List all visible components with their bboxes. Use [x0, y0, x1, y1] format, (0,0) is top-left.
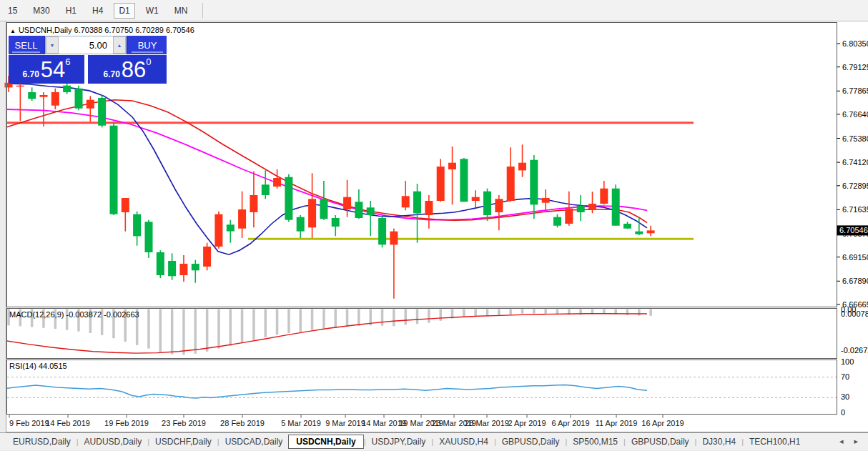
timeframe-button-D1[interactable]: D1	[114, 3, 134, 19]
macd-bar	[533, 309, 536, 314]
candle-body	[157, 252, 164, 275]
candle-body	[355, 202, 363, 218]
macd-bar	[241, 309, 244, 343]
sell-button[interactable]: SELL	[9, 36, 44, 54]
macd-bar	[474, 309, 477, 317]
macd-bar	[206, 309, 209, 352]
timeframe-button-MN[interactable]: MN	[169, 3, 193, 19]
macd-bar	[182, 309, 185, 355]
candle-body	[133, 214, 141, 237]
candle-body	[565, 209, 573, 224]
candle-body	[448, 163, 456, 169]
collapse-triangle-icon[interactable]: ▲	[10, 28, 16, 34]
timeframe-button-H4[interactable]: H4	[87, 3, 108, 19]
buy-price-prefix: 6.70	[103, 69, 119, 79]
candle-body	[227, 224, 235, 231]
candle-body	[87, 100, 94, 109]
sell-price-pip: 6	[65, 56, 70, 67]
timeframe-button-W1[interactable]: W1	[141, 3, 164, 19]
candle-body	[75, 89, 83, 109]
price-tick-label: 6.77865	[842, 86, 868, 95]
chart-tab-tech100-h1[interactable]: TECH100,H1	[744, 435, 806, 449]
candle-body	[495, 199, 503, 212]
chart-tab-eurusd-daily[interactable]: EURUSD,Daily	[7, 435, 77, 449]
candle-body	[343, 197, 351, 209]
macd-bar	[194, 309, 197, 354]
sell-underline	[12, 51, 40, 53]
chart-tab-usdjpy-daily[interactable]: USDJPY,Daily	[366, 435, 432, 449]
candle-body	[262, 184, 270, 195]
indicator-axis-label: 100	[841, 357, 854, 366]
macd-bar	[147, 309, 150, 349]
chart-tab-usdcnh-daily[interactable]: USDCNH,Daily	[288, 435, 363, 449]
price-tick-label: 6.76640	[842, 110, 868, 119]
macd-bar	[638, 309, 641, 316]
date-tick-label: 11 Apr 2019	[596, 419, 638, 427]
date-tick-label: 6 Apr 2019	[551, 419, 589, 427]
chart-tab-xauusd-h4[interactable]: XAUUSD,H4	[433, 435, 494, 449]
candle-body	[214, 214, 222, 247]
buy-underline	[132, 51, 163, 53]
chart-tab-gbpusd-daily[interactable]: GBPUSD,Daily	[496, 435, 566, 449]
indicator-axis-label: 0	[841, 408, 845, 417]
price-tick-label: 6.79125	[842, 63, 868, 71]
date-tick-label: 19 Feb 2019	[104, 419, 149, 427]
chart-tab-usdcad-daily[interactable]: USDCAD,Daily	[220, 435, 289, 449]
candle-body	[179, 264, 187, 275]
price-tick-label: 6.75380	[842, 134, 868, 143]
candle-body	[425, 201, 433, 215]
macd-bar	[498, 309, 500, 317]
buy-price-box[interactable]: 6.70 86 0	[88, 55, 167, 84]
macd-bar	[357, 309, 360, 327]
candle-body	[203, 247, 211, 267]
chart-tab-dj30-h4[interactable]: DJ30,H4	[696, 435, 741, 449]
buy-button[interactable]: BUY	[128, 36, 167, 54]
chart-tab-audusd-daily[interactable]: AUDUSD,Daily	[79, 435, 148, 449]
candle-body	[483, 192, 491, 215]
timeframe-button-H1[interactable]: H1	[61, 3, 82, 19]
macd-bar	[300, 309, 302, 332]
date-tick-label: 28 Mar 2019	[465, 419, 509, 427]
timeframe-toolbar: 15M30H1H4D1W1MN	[0, 0, 868, 21]
indicator-axis-label: 0.000782	[841, 309, 868, 318]
candle-body	[285, 177, 292, 220]
chart-tab-bar: EURUSD,Daily|AUDUSD,Daily|USDCHF,Daily|U…	[0, 432, 868, 450]
sell-price-prefix: 6.70	[22, 69, 39, 79]
candle-body	[367, 207, 375, 215]
current-price-badge-label: 6.70546	[839, 226, 868, 234]
candle-body	[390, 232, 398, 245]
volume-input[interactable]: 5.00	[59, 36, 113, 54]
price-tick-label: 6.80350	[842, 39, 868, 48]
chart-tab-sp500-m15[interactable]: SP500,M15	[567, 435, 623, 449]
macd-bar	[335, 309, 337, 328]
candle-body	[507, 167, 515, 201]
tab-scroll-arrows[interactable]: ◂ ▸	[839, 437, 862, 446]
sell-price-box[interactable]: 6.70 54 6	[9, 55, 84, 84]
price-tick-label: 6.67890	[842, 277, 868, 285]
macd-bar	[217, 309, 220, 349]
date-tick-label: 9 Mar 2019	[325, 419, 365, 427]
candle-body	[28, 92, 36, 99]
macd-bar	[486, 309, 489, 317]
macd-bar	[322, 309, 325, 329]
candle-body	[297, 217, 305, 232]
macd-bar	[405, 309, 408, 325]
timeframe-button-M30[interactable]: M30	[28, 3, 54, 19]
volume-increase-icon[interactable]: ▲	[113, 36, 126, 54]
buy-button-label: BUY	[138, 40, 157, 51]
chart-tab-gbpusd-daily[interactable]: GBPUSD,Daily	[626, 435, 695, 449]
candle-body	[145, 222, 153, 252]
candle-body	[192, 264, 199, 270]
date-tick-label: 16 Apr 2019	[641, 419, 684, 427]
candle-body	[437, 167, 445, 201]
macd-bar	[544, 309, 547, 314]
macd-bar	[463, 309, 465, 318]
date-tick-label: 23 Feb 2019	[162, 419, 206, 427]
timeframe-button-15[interactable]: 15	[3, 3, 22, 19]
macd-indicator-label: MACD(12,26,9) -0.003872 -0.002663	[9, 310, 139, 319]
indicator-axis-label: 70	[841, 372, 849, 381]
volume-decrease-icon[interactable]: ▼	[46, 36, 59, 54]
price-tick-label: 6.69150	[842, 253, 868, 262]
chart-tab-usdchf-daily[interactable]: USDCHF,Daily	[149, 435, 217, 449]
macd-bar	[159, 309, 162, 352]
